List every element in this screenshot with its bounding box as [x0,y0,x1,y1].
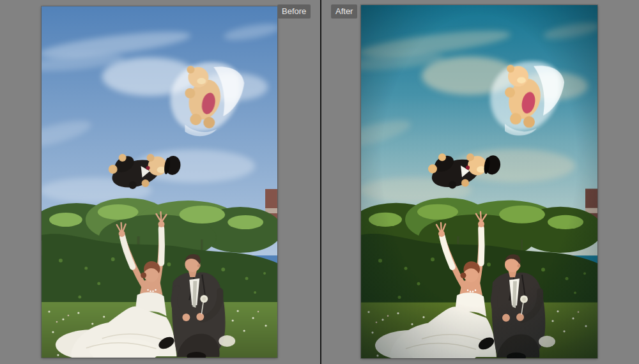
compare-workspace: { "app_style": { "bg": "#828282", "divid… [0,0,639,364]
before-label: Before [282,6,306,16]
before-label-badge: Before [277,4,311,19]
after-photo-image [361,5,597,358]
before-photo-image [42,6,277,358]
after-label: After [335,6,353,16]
before-photo[interactable] [42,6,277,358]
pane-divider [320,0,321,364]
after-photo[interactable] [361,5,597,358]
after-label-badge: After [331,4,357,19]
